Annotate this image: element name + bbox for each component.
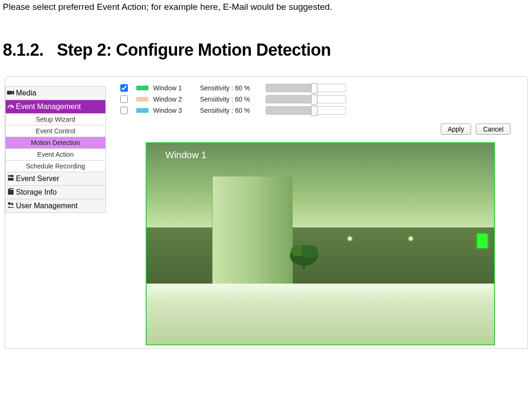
window-1-checkbox[interactable] xyxy=(120,84,128,92)
sidebar-label-storage-info: Storage Info xyxy=(16,186,57,199)
svg-point-13 xyxy=(301,245,318,258)
sidebar-item-event-action[interactable]: Event Action xyxy=(5,149,106,161)
sidebar-label-event-control: Event Control xyxy=(36,127,75,135)
sd-card-icon xyxy=(6,186,16,199)
server-icon xyxy=(6,172,16,185)
svg-rect-4 xyxy=(8,178,14,181)
svg-marker-1 xyxy=(12,90,14,95)
window-row-1: Window 1 Sensitivity : 60 % xyxy=(118,82,525,94)
preview-light-2 xyxy=(409,237,413,241)
window-2-sensitivity-label: Sensitivity : 60 % xyxy=(200,95,266,103)
preview-plant xyxy=(285,237,323,270)
window-controls: Window 1 Sensitivity : 60 % Window 2 Sen… xyxy=(118,82,525,116)
sidebar-item-event-management[interactable]: Event Management xyxy=(5,100,106,114)
window-2-sensitivity-slider[interactable] xyxy=(266,95,346,103)
sidebar-item-storage-info[interactable]: Storage Info xyxy=(5,186,106,199)
cancel-button[interactable]: Cancel xyxy=(476,124,510,135)
content-area: Window 1 Sensitivity : 60 % Window 2 Sen… xyxy=(118,80,525,345)
apply-button[interactable]: Apply xyxy=(441,124,471,135)
svg-rect-7 xyxy=(12,189,13,190)
instruction-text: Please select preferred Event Action; fo… xyxy=(0,0,532,12)
preview-exit-sign xyxy=(477,234,488,248)
sidebar-label-media: Media xyxy=(16,87,37,100)
svg-point-10 xyxy=(11,203,14,205)
app-screenshot: Media Event Management Setup Wizard Even… xyxy=(5,76,528,349)
window-3-color-swatch xyxy=(136,108,148,113)
window-3-sensitivity-slider[interactable] xyxy=(266,106,346,115)
window-1-sensitivity-label: Sensitivity : 60 % xyxy=(200,84,266,92)
section-title: Step 2: Configure Motion Detection xyxy=(57,40,331,59)
users-icon xyxy=(6,199,16,212)
svg-point-9 xyxy=(8,202,11,205)
preview-pillar xyxy=(212,176,293,285)
button-row: Apply Cancel xyxy=(118,116,525,142)
sidebar: Media Event Management Setup Wizard Even… xyxy=(5,86,106,213)
window-1-color-swatch xyxy=(136,86,148,90)
svg-rect-3 xyxy=(8,175,14,177)
svg-rect-8 xyxy=(13,189,14,190)
svg-rect-5 xyxy=(9,175,10,176)
sidebar-item-motion-detection[interactable]: Motion Detection xyxy=(5,137,106,149)
sidebar-label-setup-wizard: Setup Wizard xyxy=(36,116,75,123)
window-1-sensitivity-slider[interactable] xyxy=(266,84,346,92)
camera-icon xyxy=(6,87,16,100)
svg-line-2 xyxy=(11,106,12,108)
sidebar-label-event-management: Event Management xyxy=(16,100,81,113)
sidebar-item-event-control[interactable]: Event Control xyxy=(5,125,106,137)
preview-window-label: Window 1 xyxy=(165,150,207,161)
sidebar-item-user-management[interactable]: User Management xyxy=(5,199,106,213)
window-3-checkbox[interactable] xyxy=(120,107,128,114)
preview-desk xyxy=(147,284,494,345)
gauge-icon xyxy=(6,100,16,113)
sidebar-label-schedule-recording: Schedule Recording xyxy=(26,162,85,170)
window-3-sensitivity-label: Sensitivity : 60 % xyxy=(200,107,266,114)
preview-light-1 xyxy=(348,237,352,241)
sidebar-item-event-server[interactable]: Event Server xyxy=(5,172,106,186)
svg-rect-0 xyxy=(7,91,12,95)
sidebar-label-motion-detection: Motion Detection xyxy=(31,139,80,146)
window-row-3: Window 3 Sensitivity : 60 % xyxy=(118,105,525,116)
sidebar-label-event-action: Event Action xyxy=(37,151,74,158)
window-row-2: Window 2 Sensitivity : 60 % xyxy=(118,94,525,105)
sidebar-label-user-management: User Management xyxy=(16,199,78,212)
sidebar-label-event-server: Event Server xyxy=(16,172,59,185)
window-2-checkbox[interactable] xyxy=(120,95,128,103)
sidebar-item-schedule-recording[interactable]: Schedule Recording xyxy=(5,161,106,172)
window-1-name: Window 1 xyxy=(153,84,200,92)
section-number: 8.1.2. xyxy=(3,40,44,59)
camera-preview[interactable]: Window 1 xyxy=(146,142,495,345)
svg-rect-6 xyxy=(10,189,11,190)
window-3-name: Window 3 xyxy=(153,107,200,114)
window-2-color-swatch xyxy=(136,97,148,102)
sidebar-item-media[interactable]: Media xyxy=(5,86,106,100)
sidebar-item-setup-wizard[interactable]: Setup Wizard xyxy=(5,114,106,125)
window-2-name: Window 2 xyxy=(153,95,200,103)
section-heading: 8.1.2. Step 2: Configure Motion Detectio… xyxy=(0,12,532,74)
